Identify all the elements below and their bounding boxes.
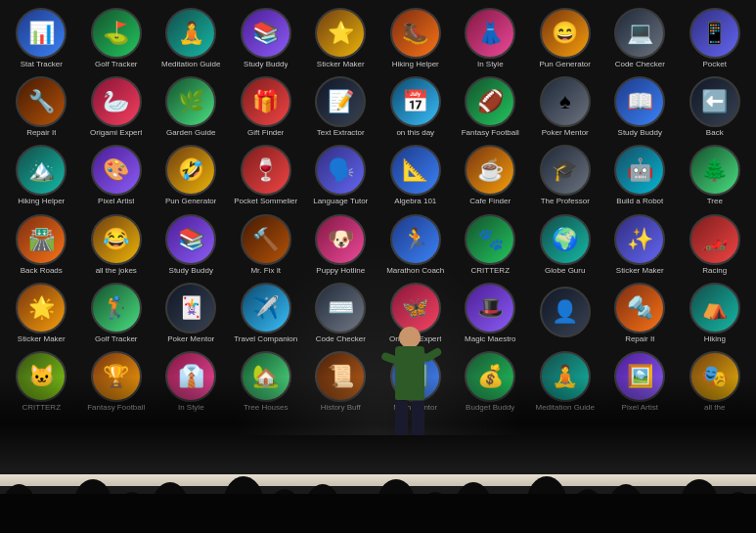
icon-label-24: Language Tutor xyxy=(313,198,368,206)
icon-circle-3[interactable]: 📚 xyxy=(241,8,291,59)
icon-glyph-1: ⛳ xyxy=(103,22,129,44)
icon-cell-20: 🏔️Hiking Helper xyxy=(4,142,79,210)
icon-cell-27: 🎓The Professor xyxy=(528,142,603,210)
icon-cell-17: ♠️Poker Mentor xyxy=(528,72,603,141)
icon-cell-16: 🏈Fantasy Football xyxy=(453,72,528,141)
icon-label-19: Back xyxy=(706,129,724,138)
icon-glyph-8: 💻 xyxy=(627,22,653,44)
icon-circle-28[interactable]: 🤖 xyxy=(614,145,665,196)
icon-circle-13[interactable]: 🎁 xyxy=(241,76,291,127)
icon-circle-44[interactable]: ⌨️ xyxy=(315,283,366,333)
presenter-head xyxy=(399,327,421,348)
icon-glyph-40: 🌟 xyxy=(28,297,55,319)
icon-glyph-26: ☕ xyxy=(477,159,504,181)
icon-glyph-24: 🗣️ xyxy=(328,159,354,181)
icon-circle-41[interactable]: 🏌️ xyxy=(91,283,142,333)
icon-circle-32[interactable]: 📚 xyxy=(165,214,216,265)
icon-cell-42: 🃏Poker Mentor xyxy=(154,279,229,347)
icon-circle-36[interactable]: 🐾 xyxy=(465,214,515,265)
icon-label-39: Racing xyxy=(702,267,727,276)
icon-circle-37[interactable]: 🌍 xyxy=(540,214,591,265)
icon-cell-28: 🤖Build a Robot xyxy=(602,142,678,210)
icon-label-48: Repair It xyxy=(625,335,654,344)
icon-circle-14[interactable]: 📝 xyxy=(315,76,366,127)
icon-cell-39: 🏎️Racing xyxy=(678,210,753,279)
icon-label-22: Pun Generator xyxy=(165,198,216,206)
icon-cell-0: 📊Stat Tracker xyxy=(4,4,79,72)
icon-circle-40[interactable]: 🌟 xyxy=(16,283,67,333)
icon-cell-40: 🌟Sticker Maker xyxy=(4,279,79,347)
icon-circle-48[interactable]: 🔩 xyxy=(614,283,665,333)
icon-label-43: Travel Companion xyxy=(234,335,297,344)
icon-label-35: Marathon Coach xyxy=(386,267,444,276)
icon-circle-20[interactable]: 🏔️ xyxy=(16,145,67,196)
icon-circle-47[interactable]: 👤 xyxy=(540,287,591,337)
icon-circle-4[interactable]: ⭐ xyxy=(315,8,366,59)
icon-glyph-43: ✈️ xyxy=(252,297,279,319)
icon-circle-34[interactable]: 🐶 xyxy=(315,214,366,265)
icon-circle-26[interactable]: ☕ xyxy=(465,145,515,196)
icon-circle-11[interactable]: 🦢 xyxy=(91,76,142,127)
icon-circle-17[interactable]: ♠️ xyxy=(540,76,591,127)
icon-circle-10[interactable]: 🔧 xyxy=(16,76,67,127)
icon-circle-35[interactable]: 🏃 xyxy=(390,214,441,265)
icon-circle-1[interactable]: ⛳ xyxy=(91,8,142,59)
icon-circle-42[interactable]: 🃏 xyxy=(165,283,216,333)
icon-circle-25[interactable]: 📐 xyxy=(390,145,441,196)
icon-circle-8[interactable]: 💻 xyxy=(614,8,665,59)
icon-circle-39[interactable]: 🏎️ xyxy=(689,214,740,265)
icon-cell-32: 📚Study Buddy xyxy=(154,210,229,279)
icon-cell-21: 🎨Pixel Artist xyxy=(79,142,155,210)
icon-circle-33[interactable]: 🔨 xyxy=(241,214,291,265)
icon-label-33: Mr. Fix It xyxy=(250,267,281,276)
icon-label-34: Puppy Hotline xyxy=(316,267,365,276)
icon-label-44: Code Checker xyxy=(316,335,366,344)
icon-cell-29: 🌲Tree xyxy=(678,142,753,210)
icon-circle-24[interactable]: 🗣️ xyxy=(315,145,366,196)
icon-circle-38[interactable]: ✨ xyxy=(614,214,665,265)
icon-glyph-41: 🏌️ xyxy=(103,297,129,319)
icon-cell-18: 📖Study Buddy xyxy=(602,72,678,141)
icon-cell-26: ☕Cafe Finder xyxy=(453,142,528,210)
icon-circle-29[interactable]: 🌲 xyxy=(689,145,740,196)
icon-circle-12[interactable]: 🌿 xyxy=(165,76,216,127)
icon-circle-30[interactable]: 🛣️ xyxy=(16,214,67,265)
presenter-leg-right xyxy=(412,401,424,435)
icon-circle-21[interactable]: 🎨 xyxy=(91,145,142,196)
icon-label-18: Study Buddy xyxy=(618,129,662,138)
icon-circle-23[interactable]: 🍷 xyxy=(241,145,291,196)
icon-circle-22[interactable]: 🤣 xyxy=(165,145,216,196)
icon-circle-49[interactable]: ⛺ xyxy=(689,283,740,333)
icon-glyph-10: 🔧 xyxy=(28,91,55,112)
icon-cell-23: 🍷Pocket Sommelier xyxy=(229,142,304,210)
icon-label-38: Sticker Maker xyxy=(616,267,664,276)
icon-glyph-4: ⭐ xyxy=(328,22,354,44)
icon-circle-27[interactable]: 🎓 xyxy=(540,145,591,196)
icon-cell-43: ✈️Travel Companion xyxy=(229,279,304,347)
icon-circle-31[interactable]: 😂 xyxy=(91,214,142,265)
icon-label-6: In Style xyxy=(477,61,504,69)
icon-label-8: Code Checker xyxy=(615,61,665,69)
icon-circle-7[interactable]: 😄 xyxy=(540,8,591,59)
icon-circle-9[interactable]: 📱 xyxy=(689,8,740,59)
icon-circle-46[interactable]: 🎩 xyxy=(465,283,515,333)
icon-cell-47: 👤 xyxy=(528,279,603,347)
icon-circle-2[interactable]: 🧘 xyxy=(165,8,216,59)
icon-cell-19: ⬅️Back xyxy=(678,72,753,141)
icon-circle-15[interactable]: 📅 xyxy=(390,76,441,127)
icon-cell-46: 🎩Magic Maestro xyxy=(453,279,528,347)
icon-circle-0[interactable]: 📊 xyxy=(16,8,67,59)
icon-circle-19[interactable]: ⬅️ xyxy=(689,76,740,127)
bottom-bar xyxy=(0,494,756,533)
icon-glyph-22: 🤣 xyxy=(178,159,204,181)
icon-circle-6[interactable]: 👗 xyxy=(465,8,515,59)
icon-circle-43[interactable]: ✈️ xyxy=(241,283,291,333)
icon-glyph-17: ♠️ xyxy=(559,91,571,112)
icon-glyph-25: 📐 xyxy=(402,159,428,181)
icon-circle-16[interactable]: 🏈 xyxy=(465,76,515,127)
icon-circle-18[interactable]: 📖 xyxy=(614,76,665,127)
icon-glyph-37: 🌍 xyxy=(552,229,578,250)
icon-circle-5[interactable]: 🥾 xyxy=(390,8,441,59)
icon-label-23: Pocket Sommelier xyxy=(234,198,297,206)
icon-glyph-9: 📱 xyxy=(701,22,728,44)
